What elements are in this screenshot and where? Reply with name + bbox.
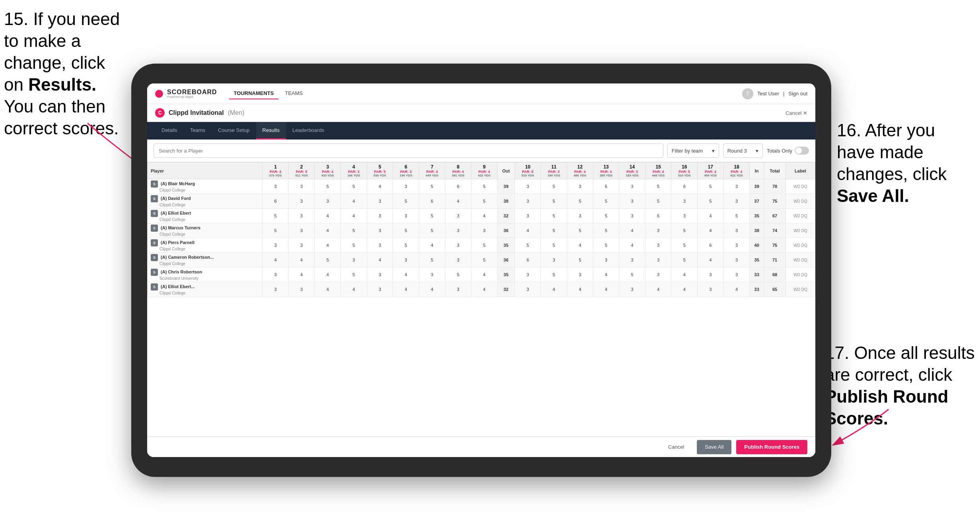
dq-label[interactable]: DQ [801, 214, 807, 218]
score-hole-4[interactable]: 5 [341, 223, 367, 238]
score-hole-15[interactable]: 3 [645, 253, 671, 267]
cancel-tournament-button[interactable]: Cancel ✕ [786, 110, 807, 116]
score-hole-12[interactable]: 3 [567, 179, 593, 194]
score-hole-11[interactable]: 5 [541, 194, 567, 209]
score-hole-14[interactable]: 4 [619, 223, 646, 238]
score-hole-10[interactable]: 3 [515, 267, 541, 282]
score-hole-15[interactable]: 5 [645, 179, 671, 194]
score-hole-14[interactable]: 4 [619, 238, 646, 253]
score-hole-8[interactable]: 3 [445, 238, 471, 253]
score-hole-18[interactable]: 3 [723, 194, 750, 209]
score-hole-5[interactable]: 3 [367, 267, 393, 282]
score-hole-5[interactable]: 3 [367, 238, 393, 253]
score-hole-9[interactable]: 5 [471, 194, 498, 209]
tab-course-setup[interactable]: Course Setup [212, 122, 256, 140]
score-hole-16[interactable]: 4 [671, 282, 698, 297]
score-hole-2[interactable]: 3 [288, 194, 315, 209]
score-hole-10[interactable]: 3 [515, 282, 541, 297]
score-hole-8[interactable]: 3 [445, 209, 471, 223]
score-hole-6[interactable]: 3 [393, 253, 419, 267]
score-hole-1[interactable]: 3 [262, 179, 289, 194]
score-hole-8[interactable]: 3 [445, 223, 471, 238]
score-hole-7[interactable]: 5 [419, 209, 445, 223]
round-dropdown[interactable]: Round 3 ▾ [723, 143, 763, 158]
score-hole-13[interactable]: 4 [593, 282, 619, 297]
score-hole-6[interactable]: 5 [393, 223, 419, 238]
score-hole-15[interactable]: 3 [645, 267, 671, 282]
score-hole-6[interactable]: 3 [393, 209, 419, 223]
score-hole-6[interactable]: 3 [393, 179, 419, 194]
dq-label[interactable]: DQ [801, 273, 807, 277]
score-hole-9[interactable]: 5 [471, 253, 498, 267]
score-hole-16[interactable]: 5 [671, 223, 698, 238]
score-hole-14[interactable]: 3 [619, 179, 646, 194]
score-hole-12[interactable]: 5 [567, 194, 593, 209]
score-hole-3[interactable]: 4 [315, 267, 341, 282]
score-hole-3[interactable]: 4 [315, 223, 341, 238]
score-hole-12[interactable]: 5 [567, 223, 593, 238]
score-hole-1[interactable]: 5 [262, 209, 289, 223]
score-hole-14[interactable]: 3 [619, 282, 646, 297]
score-hole-13[interactable]: 5 [593, 194, 619, 209]
score-hole-8[interactable]: 6 [445, 179, 471, 194]
score-hole-17[interactable]: 3 [698, 282, 724, 297]
score-hole-17[interactable]: 3 [698, 267, 724, 282]
score-hole-16[interactable]: 5 [671, 253, 698, 267]
score-hole-11[interactable]: 4 [541, 282, 567, 297]
score-hole-3[interactable]: 4 [315, 238, 341, 253]
score-hole-15[interactable]: 3 [645, 223, 671, 238]
score-hole-13[interactable]: 5 [593, 209, 619, 223]
score-hole-2[interactable]: 3 [288, 179, 315, 194]
tab-teams[interactable]: Teams [184, 122, 212, 140]
score-hole-6[interactable]: 5 [393, 238, 419, 253]
sign-out-link[interactable]: Sign out [788, 91, 807, 97]
score-hole-9[interactable]: 4 [471, 209, 498, 223]
wd-label[interactable]: WD [793, 287, 800, 292]
score-hole-13[interactable]: 5 [593, 223, 619, 238]
score-hole-11[interactable]: 5 [541, 223, 567, 238]
dq-label[interactable]: DQ [801, 229, 807, 233]
dq-label[interactable]: DQ [801, 184, 807, 189]
score-hole-1[interactable]: 3 [262, 282, 289, 297]
score-hole-11[interactable]: 3 [541, 253, 567, 267]
score-hole-10[interactable]: 4 [515, 223, 541, 238]
score-hole-7[interactable]: 5 [419, 179, 445, 194]
tab-leaderboards[interactable]: Leaderboards [286, 122, 331, 140]
score-hole-18[interactable]: 5 [723, 209, 750, 223]
dq-label[interactable]: DQ [801, 287, 807, 292]
score-hole-13[interactable]: 5 [593, 238, 619, 253]
dq-label[interactable]: DQ [801, 258, 807, 262]
score-hole-4[interactable]: 4 [341, 282, 367, 297]
score-hole-16[interactable]: 3 [671, 209, 698, 223]
score-hole-7[interactable]: 6 [419, 194, 445, 209]
score-hole-18[interactable]: 4 [723, 282, 750, 297]
score-hole-7[interactable]: 4 [419, 238, 445, 253]
score-hole-9[interactable]: 5 [471, 179, 498, 194]
wd-label[interactable]: WD [793, 243, 800, 248]
score-hole-15[interactable]: 4 [645, 282, 671, 297]
score-hole-2[interactable]: 3 [288, 238, 315, 253]
score-hole-1[interactable]: 4 [262, 253, 289, 267]
score-hole-9[interactable]: 4 [471, 282, 498, 297]
score-hole-3[interactable]: 3 [315, 194, 341, 209]
wd-label[interactable]: WD [793, 214, 800, 218]
score-hole-14[interactable]: 3 [619, 253, 646, 267]
dq-label[interactable]: DQ [801, 243, 807, 248]
save-all-button[interactable]: Save All [697, 440, 731, 454]
score-hole-16[interactable]: 5 [671, 238, 698, 253]
score-hole-5[interactable]: 3 [367, 209, 393, 223]
score-hole-10[interactable]: 6 [515, 253, 541, 267]
score-hole-10[interactable]: 3 [515, 209, 541, 223]
totals-only-toggle[interactable]: Totals Only [767, 147, 809, 155]
score-hole-9[interactable]: 3 [471, 223, 498, 238]
wd-label[interactable]: WD [793, 229, 800, 233]
score-hole-9[interactable]: 4 [471, 267, 498, 282]
score-hole-5[interactable]: 4 [367, 179, 393, 194]
score-hole-5[interactable]: 3 [367, 282, 393, 297]
score-hole-17[interactable]: 6 [698, 238, 724, 253]
score-hole-5[interactable]: 3 [367, 223, 393, 238]
score-hole-8[interactable]: 3 [445, 282, 471, 297]
score-hole-12[interactable]: 5 [567, 253, 593, 267]
score-hole-3[interactable]: 4 [315, 209, 341, 223]
score-hole-12[interactable]: 4 [567, 238, 593, 253]
